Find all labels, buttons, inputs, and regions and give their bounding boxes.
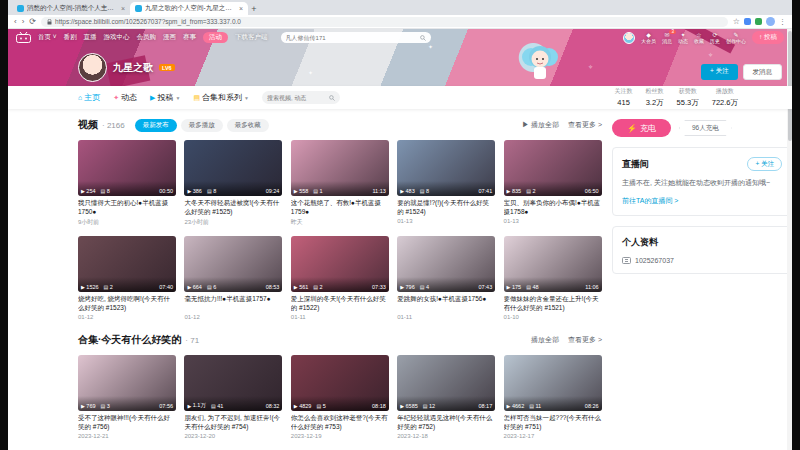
tab-dynamics[interactable]: ✦动态 — [113, 92, 137, 103]
nav-esports[interactable]: 赛事 — [183, 33, 196, 42]
nav-home[interactable]: 首页 ˅ — [38, 33, 57, 42]
tab-uploads[interactable]: ▶投稿▼ — [150, 92, 180, 103]
nav-activity-highlight[interactable]: 活动 — [203, 32, 228, 43]
live-follow-button[interactable]: + 关注 — [747, 157, 782, 171]
video-thumbnail[interactable]: ▶1526 ▤2 07:40 — [78, 236, 176, 292]
video-title[interactable]: 你怎么会喜欢到这种老登?(今天有什么好笑的 #753) — [291, 414, 389, 431]
video-card[interactable]: ▶4829 ▤5 08:18 你怎么会喜欢到这种老登?(今天有什么好笑的 #75… — [291, 355, 389, 439]
search-icon[interactable] — [420, 35, 426, 41]
space-search-box[interactable] — [262, 91, 340, 104]
video-card[interactable]: ▶558 ▤1 11:13 这个花瓶绝了、有救!●半机蓝摄1759● 昨天 — [291, 140, 389, 227]
nav-favorites[interactable]: ☆收藏 — [694, 32, 704, 44]
video-card[interactable]: ▶483 ▤8 07:41 要的就是懂!?(!)(今天有什么好笑的 #1524)… — [397, 140, 495, 227]
nav-vip[interactable]: ◆大会员 — [641, 32, 656, 44]
video-title[interactable]: 这个花瓶绝了、有救!●半机蓝摄1759● — [291, 199, 389, 216]
address-bar[interactable]: https://space.bilibili.com/1025267037?sp… — [41, 17, 728, 27]
nav-download-client[interactable]: 下载客户端 — [235, 33, 268, 42]
video-card[interactable]: ▶561 ▤2 07:33 爱上深圳的冬天!(今天有什么好笑的 #1522) 0… — [291, 236, 389, 320]
video-thumbnail[interactable]: ▶4829 ▤5 08:18 — [291, 355, 389, 411]
stat-following[interactable]: 关注数415 — [615, 87, 633, 108]
forward-icon[interactable]: › — [22, 18, 25, 26]
new-tab-button[interactable]: + — [248, 3, 260, 15]
reload-icon[interactable]: ⟳ — [29, 18, 36, 26]
send-message-button[interactable]: 发消息 — [743, 64, 783, 80]
video-thumbnail[interactable]: ▶558 ▤1 11:13 — [291, 140, 389, 196]
profile-avatar[interactable] — [78, 53, 107, 82]
video-title[interactable]: 宝贝、别辜负你的小布偶!●半机蓝摄1758● — [504, 199, 602, 216]
video-thumbnail[interactable]: ▶4662 ▤11 08:26 — [504, 355, 602, 411]
browser-tab-active[interactable]: 九星之歌的个人空间-九星之歌个人主页-哔哩哔哩视频 × — [130, 2, 248, 15]
sort-newest[interactable]: 最新发布 — [135, 119, 177, 132]
video-title[interactable]: 要的就是懂!?(!)(今天有什么好笑的 #1524) — [397, 199, 495, 216]
tab-collections[interactable]: ▤合集和系列▼ — [193, 92, 249, 103]
video-thumbnail[interactable]: ▶769 ▤3 07:56 — [78, 355, 176, 411]
nav-live[interactable]: 直播 — [84, 33, 97, 42]
nav-history[interactable]: ⟳历史 — [710, 32, 720, 44]
view-more-link[interactable]: 查看更多 > — [568, 335, 602, 345]
video-thumbnail[interactable]: ▶254 ▤8 00:50 — [78, 140, 176, 196]
follow-button[interactable]: + 关注 — [701, 64, 738, 80]
nav-creator-center[interactable]: ✎创作中心 — [726, 32, 746, 44]
bookmark-star-icon[interactable]: ☆ — [733, 18, 740, 26]
video-title[interactable]: 受不了这种眼神!!!(今天有什么好笑的 #756) — [78, 414, 176, 431]
bilibili-logo[interactable] — [16, 32, 31, 43]
nav-vip-shop[interactable]: 会员购 — [137, 33, 157, 42]
browser-menu-icon[interactable]: ⋮ — [779, 18, 786, 26]
video-card[interactable]: ▶1.1万 ▤41 08:32 朋友们, 为了不迟到, 加速狂奔!(今天有什么好… — [184, 355, 282, 439]
video-title[interactable]: 年纪轻轻就遇见这种!(今天有什么好笑的 #752) — [397, 414, 495, 431]
video-card[interactable]: ▶254 ▤8 00:50 我只懂得大王的初心!●半机蓝摄1750● 9小时前 — [78, 140, 176, 227]
sort-most-played[interactable]: 最多播放 — [181, 119, 223, 132]
charge-button[interactable]: ⚡充电 — [612, 119, 671, 137]
video-title[interactable]: 大冬天不得轻易进被窝!(今天有什么好笑的 #1525) — [184, 199, 282, 216]
video-card[interactable]: ▶386 ▤8 09:24 大冬天不得轻易进被窝!(今天有什么好笑的 #1525… — [184, 140, 282, 227]
space-search-input[interactable] — [267, 95, 327, 101]
stat-followers[interactable]: 粉丝数3.2万 — [646, 87, 664, 108]
video-card[interactable]: ▶4662 ▤11 08:26 怎样可否当妹一起???(今天有什么好笑的 #75… — [504, 355, 602, 439]
video-card[interactable]: ▶6585 ▤12 08:17 年纪轻轻就遇见这种!(今天有什么好笑的 #752… — [397, 355, 495, 439]
live-room-link[interactable]: 前往TA的直播间 > — [622, 196, 782, 206]
video-title[interactable]: 怎样可否当妹一起???(今天有什么好笑的 #751) — [504, 414, 602, 431]
video-card[interactable]: ▶175 ▤48 11:06 要做妹妹的含金量还在上升!(今天有什么好笑的 #1… — [504, 236, 602, 320]
extension-icon[interactable] — [755, 18, 762, 25]
tab-home[interactable]: ⌂主页 — [78, 92, 100, 103]
play-all-link[interactable]: 播放全部 — [531, 335, 559, 345]
video-thumbnail[interactable]: ▶664 ▤6 08:53 — [184, 236, 282, 292]
view-more-link[interactable]: 查看更多 > — [568, 120, 602, 130]
back-icon[interactable]: ‹ — [14, 18, 17, 26]
browser-tab-inactive[interactable]: 消愁的个人空间-消愁个人主页-哔哩哔哩视频 × — [12, 2, 130, 15]
video-thumbnail[interactable]: ▶835 ▤2 06:50 — [504, 140, 602, 196]
sort-most-favorited[interactable]: 最多收藏 — [227, 119, 269, 132]
video-thumbnail[interactable]: ▶386 ▤8 09:24 — [184, 140, 282, 196]
charge-count-badge[interactable]: 96人充电 — [679, 120, 732, 136]
video-title[interactable]: 要做妹妹的含金量还在上升!(今天有什么好笑的 #1521) — [504, 295, 602, 312]
video-title[interactable]: 毫无抵抗力!!!●半机蓝摄1757● — [184, 295, 282, 312]
video-title[interactable]: 朋友们, 为了不迟到, 加速狂奔!(今天有什么好笑的 #754) — [184, 414, 282, 431]
global-search-box[interactable] — [281, 32, 431, 43]
nav-messages[interactable]: 3✉消息 — [662, 32, 672, 44]
video-title[interactable]: 烧烤好吃, 烧烤得吃啊!(今天有什么好笑的 #1523) — [78, 295, 176, 312]
extension-icon[interactable] — [744, 18, 751, 25]
close-tab-icon[interactable]: × — [239, 5, 243, 12]
video-card[interactable]: ▶664 ▤6 08:53 毫无抵抗力!!!●半机蓝摄1757● 01-12 — [184, 236, 282, 320]
nav-bangumi[interactable]: 番剧 — [64, 33, 77, 42]
video-card[interactable]: ▶835 ▤2 06:50 宝贝、别辜负你的小布偶!●半机蓝摄1758● 01-… — [504, 140, 602, 227]
video-title[interactable]: 爱上深圳的冬天!(今天有什么好笑的 #1522) — [291, 295, 389, 312]
video-thumbnail[interactable]: ▶175 ▤48 11:06 — [504, 236, 602, 292]
search-icon[interactable] — [329, 95, 335, 101]
user-avatar-mini[interactable] — [623, 32, 635, 44]
global-search-input[interactable] — [286, 35, 420, 41]
nav-game-center[interactable]: 游戏中心 — [104, 33, 130, 42]
video-title[interactable]: 爱跳舞的女孩!●半机蓝摄1756● — [397, 295, 495, 312]
nav-manga[interactable]: 漫画 — [163, 33, 176, 42]
play-all-link[interactable]: ▶ 播放全部 — [522, 120, 559, 130]
video-thumbnail[interactable]: ▶1.1万 ▤41 08:32 — [184, 355, 282, 411]
video-card[interactable]: ▶796 ▤4 07:43 爱跳舞的女孩!●半机蓝摄1756● 01-11 — [397, 236, 495, 320]
video-card[interactable]: ▶1526 ▤2 07:40 烧烤好吃, 烧烤得吃啊!(今天有什么好笑的 #15… — [78, 236, 176, 320]
video-thumbnail[interactable]: ▶796 ▤4 07:43 — [397, 236, 495, 292]
video-thumbnail[interactable]: ▶561 ▤2 07:33 — [291, 236, 389, 292]
browser-profile-avatar[interactable] — [766, 17, 775, 26]
video-title[interactable]: 我只懂得大王的初心!●半机蓝摄1750● — [78, 199, 176, 216]
video-thumbnail[interactable]: ▶483 ▤8 07:41 — [397, 140, 495, 196]
video-thumbnail[interactable]: ▶6585 ▤12 08:17 — [397, 355, 495, 411]
upload-button[interactable]: ↑ 投稿 — [752, 31, 784, 44]
